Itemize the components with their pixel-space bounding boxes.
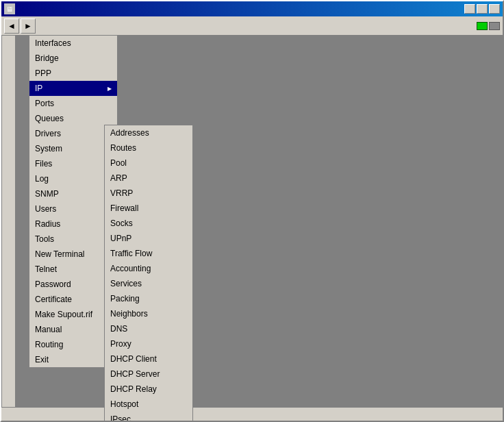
menu-label-queues: Queues (35, 114, 112, 123)
sub-menu-item-dhcp-server[interactable]: DHCP Server (105, 367, 192, 382)
sub-label-pool: Pool (110, 158, 127, 168)
indicator-gray (489, 22, 500, 30)
titlebar-buttons (464, 4, 500, 14)
sub-label-firewall: Firewall (110, 203, 138, 213)
sub-label-hotspot: Hotspot (110, 399, 138, 409)
menu-label-new-terminal: New Terminal (35, 249, 112, 259)
menu-item-bridge[interactable]: Bridge (29, 51, 117, 66)
sub-menu-item-ipsec[interactable]: IPsec (105, 412, 192, 422)
sub-label-dns: DNS (110, 324, 127, 334)
sub-menu-item-neighbors[interactable]: Neighbors (105, 306, 192, 321)
sub-menu-item-dhcp-relay[interactable]: DHCP Relay (105, 382, 192, 397)
sub-menu-item-arp[interactable]: ARP (105, 171, 192, 186)
menu-label-ppp: PPP (35, 69, 112, 78)
sub-menu-item-packing[interactable]: Packing (105, 291, 192, 306)
sub-menu-item-addresses[interactable]: Addresses (105, 125, 192, 140)
toolbar: ◄ ► (1, 16, 503, 36)
sub-menu-item-traffic-flow[interactable]: Traffic Flow (105, 246, 192, 261)
sub-label-socks: Socks (110, 219, 133, 228)
menu-label-log: Log (35, 174, 112, 184)
menu-label-ip: IP (35, 84, 108, 93)
menu-label-tools: Tools (35, 234, 108, 244)
close-button[interactable] (489, 4, 500, 14)
sub-label-vrrp: VRRP (110, 188, 133, 198)
side-label (1, 36, 15, 407)
sub-menu-item-upnp[interactable]: UPnP (105, 231, 192, 246)
sub-menu-item-firewall[interactable]: Firewall (105, 201, 192, 216)
sub-label-addresses: Addresses (110, 128, 149, 138)
sub-label-routes: Routes (110, 143, 136, 153)
sub-label-neighbors: Neighbors (110, 309, 148, 319)
sub-label-dhcp-client: DHCP Client (110, 354, 157, 364)
menu-label-make-supout: Make Supout.rif (35, 310, 112, 319)
app-icon: 🖥 (4, 3, 15, 14)
sub-label-dhcp-relay: DHCP Relay (110, 384, 157, 394)
menu-label-exit: Exit (35, 355, 112, 364)
menu-item-queues[interactable]: Queues (29, 111, 117, 126)
sub-label-traffic-flow: Traffic Flow (110, 249, 152, 258)
main-window: 🖥 ◄ ► InterfacesBridg (0, 0, 504, 422)
sub-label-ipsec: IPsec (110, 414, 131, 422)
sub-menu-item-socks[interactable]: Socks (105, 216, 192, 231)
menu-item-interfaces[interactable]: Interfaces (29, 36, 117, 51)
menu-label-drivers: Drivers (35, 129, 112, 138)
menu-item-ip[interactable]: IP▶ (29, 81, 117, 96)
sub-label-accounting: Accounting (110, 264, 151, 273)
indicator-green (477, 22, 488, 30)
sub-menu-item-vrrp[interactable]: VRRP (105, 186, 192, 201)
sub-menu-item-proxy[interactable]: Proxy (105, 336, 192, 351)
sub-menu-item-hotspot[interactable]: Hotspot (105, 397, 192, 412)
sub-menu-item-accounting[interactable]: Accounting (105, 261, 192, 276)
menu-label-radius: Radius (35, 219, 112, 229)
sub-menu-ip: AddressesRoutesPoolARPVRRPFirewallSocksU… (104, 125, 193, 422)
sub-label-upnp: UPnP (110, 234, 131, 243)
sub-label-arp: ARP (110, 173, 127, 183)
sub-menu-item-routes[interactable]: Routes (105, 140, 192, 156)
sub-menu-item-pool[interactable]: Pool (105, 156, 192, 171)
sub-label-services: Services (110, 279, 142, 288)
menu-label-snmp: SNMP (35, 189, 112, 199)
titlebar-left: 🖥 (4, 3, 18, 14)
status-bar (1, 407, 503, 421)
titlebar: 🖥 (1, 1, 503, 16)
maximize-button[interactable] (477, 4, 488, 14)
menu-item-ppp[interactable]: PPP (29, 66, 117, 81)
back-icon: ◄ (8, 21, 16, 31)
menu-label-bridge: Bridge (35, 53, 112, 63)
arrow-icon-ip: ▶ (108, 86, 112, 92)
menu-label-files: Files (35, 159, 112, 169)
forward-button[interactable]: ► (21, 18, 36, 34)
menu-label-system: System (35, 144, 108, 153)
menu-label-password: Password (35, 280, 112, 289)
minimize-button[interactable] (464, 4, 475, 14)
menu-label-users: Users (35, 204, 112, 214)
menu-label-manual: Manual (35, 325, 112, 334)
menu-label-certificate: Certificate (35, 295, 112, 304)
menu-label-telnet: Telnet (35, 264, 112, 274)
forward-icon: ► (24, 21, 32, 31)
menu-label-interfaces: Interfaces (35, 38, 112, 48)
sub-label-proxy: Proxy (110, 339, 131, 349)
sub-label-dhcp-server: DHCP Server (110, 369, 160, 379)
sub-menu-item-dns[interactable]: DNS (105, 321, 192, 336)
menu-label-ports: Ports (35, 99, 112, 108)
back-button[interactable]: ◄ (4, 18, 19, 34)
menu-item-ports[interactable]: Ports (29, 96, 117, 111)
sub-menu-item-services[interactable]: Services (105, 276, 192, 291)
sub-label-packing: Packing (110, 294, 140, 303)
sub-menu-item-dhcp-client[interactable]: DHCP Client (105, 351, 192, 367)
menu-label-routing: Routing (35, 340, 108, 349)
content-area: InterfacesBridgePPPIP▶PortsQueuesDrivers… (1, 36, 503, 407)
